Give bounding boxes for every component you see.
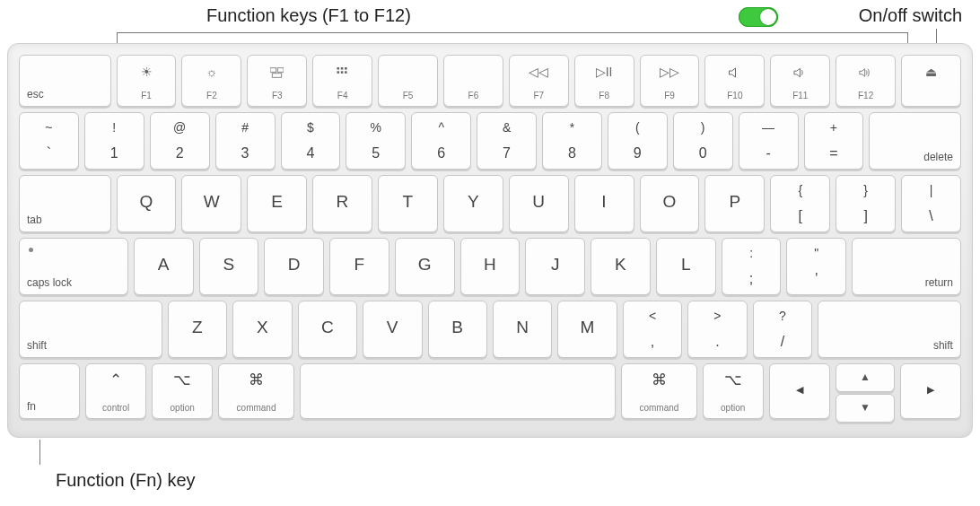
arrow-vertical-stack: ▲ ▼ xyxy=(836,363,895,423)
key-f9[interactable]: ▷▷ F9 xyxy=(640,55,700,107)
key-d[interactable]: D xyxy=(264,238,324,295)
key-backslash[interactable]: |\ xyxy=(901,175,961,232)
key-f12[interactable]: F12 xyxy=(836,55,896,107)
key-f1[interactable]: ☀︎ F1 xyxy=(117,55,177,107)
key-eject[interactable]: ⏏ xyxy=(901,55,961,107)
key-r[interactable]: R xyxy=(312,175,372,232)
key-5[interactable]: %5 xyxy=(346,112,406,170)
key-f2[interactable]: ☼ F2 xyxy=(181,55,241,107)
key-s[interactable]: S xyxy=(199,238,259,295)
key-t[interactable]: T xyxy=(378,175,438,232)
key-space[interactable] xyxy=(300,363,616,419)
key-slash[interactable]: ?/ xyxy=(753,301,812,358)
key-esc[interactable]: esc xyxy=(19,55,111,107)
callout-row: Function keys (F1 to F12) On/off switch xyxy=(0,5,980,41)
on-off-switch[interactable] xyxy=(739,7,778,27)
key-f7[interactable]: ◁◁ F7 xyxy=(509,55,569,107)
key-equals[interactable]: += xyxy=(804,112,864,170)
key-3[interactable]: #3 xyxy=(215,112,276,170)
key-f5[interactable]: F5 xyxy=(378,55,438,107)
key-q[interactable]: Q xyxy=(117,175,177,232)
key-arrow-up[interactable]: ▲ xyxy=(836,363,895,392)
fn-leader-line xyxy=(39,440,40,465)
mission-control-icon xyxy=(248,65,306,79)
command-symbol-icon: ⌘ xyxy=(622,371,696,389)
key-9[interactable]: (9 xyxy=(608,112,668,170)
key-option-right[interactable]: ⌥option xyxy=(703,363,764,419)
key-f10[interactable]: F10 xyxy=(704,55,765,107)
volume-down-icon xyxy=(771,65,829,79)
key-p[interactable]: P xyxy=(704,175,765,232)
brightness-up-icon: ☼ xyxy=(182,65,241,79)
key-quote[interactable]: "' xyxy=(786,238,846,295)
key-command-left[interactable]: ⌘command xyxy=(218,363,294,419)
key-bracket-left[interactable]: {[ xyxy=(770,175,830,232)
key-fn[interactable]: fn xyxy=(19,363,80,419)
mute-icon xyxy=(705,65,764,79)
key-grave[interactable]: ~` xyxy=(19,112,79,170)
key-comma[interactable]: <, xyxy=(623,301,682,358)
callout-function-keys: Function keys (F1 to F12) xyxy=(206,5,411,26)
key-f8[interactable]: ▷II F8 xyxy=(574,55,634,107)
key-w[interactable]: W xyxy=(181,175,241,232)
key-arrow-left[interactable]: ◀ xyxy=(769,363,830,419)
key-l[interactable]: L xyxy=(656,238,716,295)
key-return[interactable]: return xyxy=(852,238,961,295)
key-1[interactable]: !1 xyxy=(84,112,144,170)
svg-rect-2 xyxy=(273,74,283,78)
key-x[interactable]: X xyxy=(232,301,292,358)
key-f[interactable]: F xyxy=(329,238,389,295)
key-f4[interactable]: F4 xyxy=(312,55,372,107)
key-o[interactable]: O xyxy=(640,175,700,232)
keyboard-body: esc ☀︎ F1 ☼ F2 F3 F4 F5 xyxy=(7,43,973,438)
arrow-down-icon: ▼ xyxy=(836,401,894,414)
key-arrow-right[interactable]: ▶ xyxy=(900,363,961,419)
key-tab[interactable]: tab xyxy=(19,175,111,232)
key-semicolon[interactable]: :; xyxy=(722,238,782,295)
key-shift-right[interactable]: shift xyxy=(818,301,961,358)
key-8[interactable]: *8 xyxy=(542,112,602,170)
arrow-left-icon: ◀ xyxy=(770,384,829,396)
key-i[interactable]: I xyxy=(574,175,634,232)
key-g[interactable]: G xyxy=(395,238,455,295)
key-v[interactable]: V xyxy=(363,301,422,358)
svg-rect-6 xyxy=(337,72,340,74)
key-option-left[interactable]: ⌥option xyxy=(152,363,213,419)
key-7[interactable]: &7 xyxy=(477,112,537,170)
key-j[interactable]: J xyxy=(525,238,585,295)
key-f6[interactable]: F6 xyxy=(443,55,503,107)
key-e[interactable]: E xyxy=(247,175,307,232)
callout-fn-key: Function (Fn) key xyxy=(56,470,196,491)
key-b[interactable]: B xyxy=(428,301,487,358)
key-caps-lock[interactable]: caps lock xyxy=(19,238,128,295)
key-6[interactable]: ^6 xyxy=(411,112,471,170)
key-delete[interactable]: delete xyxy=(869,112,961,170)
svg-rect-8 xyxy=(345,72,347,74)
key-h[interactable]: H xyxy=(460,238,521,295)
key-y[interactable]: Y xyxy=(443,175,503,232)
key-z[interactable]: Z xyxy=(168,301,227,358)
key-2[interactable]: @2 xyxy=(150,112,210,170)
key-4[interactable]: $4 xyxy=(281,112,341,170)
key-control[interactable]: ⌃control xyxy=(85,363,146,419)
svg-rect-0 xyxy=(270,68,276,73)
key-f3[interactable]: F3 xyxy=(247,55,307,107)
key-0[interactable]: )0 xyxy=(673,112,733,170)
key-n[interactable]: N xyxy=(493,301,552,358)
command-symbol-icon: ⌘ xyxy=(219,371,293,389)
key-a[interactable]: A xyxy=(134,238,194,295)
key-minus[interactable]: —- xyxy=(739,112,799,170)
key-k[interactable]: K xyxy=(591,238,651,295)
key-shift-left[interactable]: shift xyxy=(19,301,162,358)
key-command-right[interactable]: ⌘command xyxy=(621,363,697,419)
key-period[interactable]: >. xyxy=(687,301,747,358)
row-number: ~` !1 @2 #3 $4 %5 ^6 &7 *8 (9 )0 —- += d… xyxy=(19,112,961,170)
row-home: caps lock A S D F G H J K L :; "' return xyxy=(19,238,961,295)
row-modifiers: fn ⌃control ⌥option ⌘command ⌘command ⌥o… xyxy=(19,363,961,423)
key-c[interactable]: C xyxy=(298,301,357,358)
key-u[interactable]: U xyxy=(509,175,569,232)
key-bracket-right[interactable]: }] xyxy=(836,175,896,232)
key-arrow-down[interactable]: ▼ xyxy=(836,394,895,423)
key-f11[interactable]: F11 xyxy=(770,55,830,107)
key-m[interactable]: M xyxy=(557,301,617,358)
